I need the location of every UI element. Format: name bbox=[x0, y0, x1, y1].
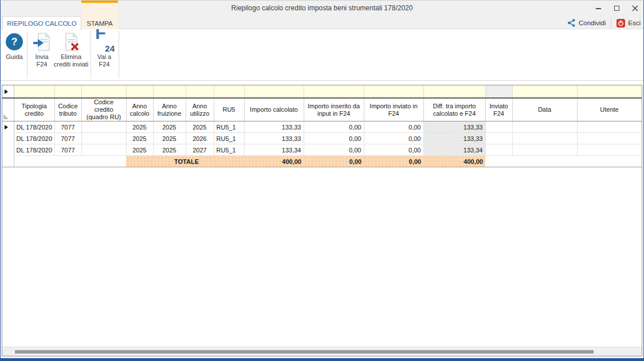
scrollbar-thumb[interactable] bbox=[15, 350, 594, 354]
app-window: Riepilogo calcolo credito imposta beni s… bbox=[0, 0, 644, 361]
filter-cell[interactable] bbox=[304, 85, 364, 98]
column-header[interactable]: Codice tributo bbox=[54, 98, 81, 121]
cell-tributo: 7077 bbox=[54, 133, 81, 144]
cell-tributo: 7077 bbox=[54, 144, 81, 156]
minimize-button[interactable] bbox=[593, 3, 603, 14]
cell-codice-credito bbox=[81, 144, 126, 156]
column-header[interactable]: Anno utilizzo bbox=[186, 98, 214, 121]
exit-button[interactable]: Esci bbox=[616, 19, 641, 28]
share-label: Condividi bbox=[579, 19, 606, 26]
table-row[interactable]: DL 178/2020 7077 2025 2025 2026 RU5_1 13… bbox=[2, 133, 642, 144]
cell-anno-calcolo: 2025 bbox=[126, 121, 153, 133]
filter-cell[interactable] bbox=[153, 85, 186, 98]
cell-importo-calcolato: 133,34 bbox=[244, 144, 304, 156]
cell-anno-utilizzo: 2025 bbox=[186, 121, 214, 133]
filter-cell[interactable] bbox=[54, 85, 81, 98]
close-button[interactable] bbox=[630, 3, 640, 14]
row-indicator bbox=[2, 156, 14, 167]
table-row[interactable]: DL 178/2020 7077 2025 2025 2027 RU5_1 13… bbox=[2, 144, 642, 156]
column-header[interactable]: Codice credito (quadro RU) bbox=[81, 98, 126, 121]
totale-importo-inviato: 0,00 bbox=[364, 156, 423, 167]
column-header[interactable]: Anno calcolo bbox=[126, 98, 153, 121]
guida-button[interactable]: ? Guida bbox=[3, 32, 26, 61]
filter-cell[interactable] bbox=[14, 85, 54, 98]
filter-cell[interactable] bbox=[126, 85, 153, 98]
filter-cell[interactable] bbox=[577, 85, 642, 98]
cell-empty bbox=[512, 156, 577, 167]
share-button[interactable]: Condividi bbox=[567, 18, 606, 28]
help-icon: ? bbox=[6, 33, 23, 50]
credits-grid: Tipologia credito Codice tributo Codice … bbox=[2, 85, 642, 356]
header-row: Tipologia credito Codice tributo Codice … bbox=[2, 98, 642, 121]
cell-utente bbox=[577, 133, 642, 144]
row-indicator-icon bbox=[5, 89, 8, 94]
horizontal-scrollbar[interactable] bbox=[2, 347, 642, 356]
cell-inviato-f24 bbox=[485, 144, 512, 156]
invia-f24-button[interactable]: Invia F24 bbox=[29, 32, 54, 68]
cell-ru5: RU5_1 bbox=[214, 121, 244, 133]
cell-importo-inviato: 0,00 bbox=[364, 144, 423, 156]
table-row[interactable]: DL 178/2020 7077 2025 2025 2025 RU5_1 13… bbox=[2, 121, 642, 133]
filter-cell[interactable] bbox=[214, 85, 244, 98]
cell-anno-utilizzo: 2026 bbox=[186, 133, 214, 144]
elimina-crediti-button[interactable]: Elimina crediti inviati bbox=[53, 32, 89, 68]
column-header[interactable]: Tipologia credito bbox=[14, 98, 54, 121]
filter-cell[interactable] bbox=[81, 85, 126, 98]
filter-cell[interactable] bbox=[512, 85, 577, 98]
cell-tributo: 7077 bbox=[54, 121, 81, 133]
actions-separator bbox=[611, 18, 611, 28]
corner-triangle-icon bbox=[3, 114, 9, 119]
row-indicator bbox=[2, 121, 14, 133]
tab-riepilogo-calcolo[interactable]: RIEPILOGO CALCOLO bbox=[2, 16, 81, 30]
cell-anno-calcolo: 2025 bbox=[126, 133, 153, 144]
column-header[interactable]: Importo calcolato bbox=[244, 98, 304, 121]
toolbar-separator bbox=[91, 31, 91, 79]
filter-cell[interactable] bbox=[423, 85, 485, 98]
button-label: Vai a bbox=[92, 53, 116, 61]
tab-label: STAMPA bbox=[87, 20, 113, 27]
cell-empty bbox=[577, 156, 642, 167]
filter-cell[interactable] bbox=[244, 85, 304, 98]
cell-anno-calcolo: 2025 bbox=[126, 144, 153, 156]
cell-anno-fruizione: 2025 bbox=[153, 144, 186, 156]
cell-importo-calcolato: 133,33 bbox=[244, 133, 304, 144]
column-header[interactable]: Utente bbox=[577, 98, 642, 121]
filter-row bbox=[2, 85, 642, 98]
close-icon bbox=[632, 5, 638, 11]
totale-importo-calcolato: 400,00 bbox=[244, 156, 304, 167]
column-header[interactable]: Inviato F24 bbox=[485, 98, 512, 121]
cell-importo-inviato: 0,00 bbox=[364, 121, 423, 133]
column-header[interactable]: Data bbox=[512, 98, 577, 121]
filter-cell[interactable] bbox=[186, 85, 214, 98]
cell-data bbox=[512, 144, 577, 156]
cell-empty bbox=[54, 156, 81, 167]
cell-empty bbox=[485, 156, 512, 167]
filter-cell-readonly bbox=[485, 85, 512, 98]
column-header[interactable]: Anno fruizione bbox=[153, 98, 186, 121]
toolbar-separator bbox=[27, 31, 28, 79]
column-header[interactable]: Diff. tra importo calcolato e F24 bbox=[423, 98, 485, 121]
cell-data bbox=[512, 133, 577, 144]
filter-cell[interactable] bbox=[364, 85, 423, 98]
vai-a-f24-button[interactable]: F24 Vai a F24 bbox=[92, 32, 116, 68]
cell-diff: 133,33 bbox=[423, 133, 485, 144]
button-label: F24 bbox=[92, 61, 116, 68]
maximize-button[interactable] bbox=[611, 3, 622, 14]
column-header[interactable]: Importo inviato in F24 bbox=[364, 98, 423, 121]
cell-data bbox=[512, 121, 577, 133]
cell-tipologia: DL 178/2020 bbox=[14, 133, 54, 144]
header-indicator-cell bbox=[2, 98, 14, 121]
tab-stampa[interactable]: STAMPA bbox=[81, 1, 118, 29]
exit-power-icon bbox=[616, 19, 625, 28]
button-label: crediti inviati bbox=[53, 61, 89, 68]
exit-label: Esci bbox=[628, 19, 641, 26]
button-label: Elimina bbox=[53, 53, 89, 61]
column-header[interactable]: RU5 bbox=[214, 98, 244, 121]
cell-anno-fruizione: 2025 bbox=[153, 121, 186, 133]
totale-row: TOTALE 400,00 0,00 0,00 400,00 bbox=[2, 156, 642, 167]
column-header[interactable]: Importo inserito da input in F24 bbox=[304, 98, 364, 121]
cell-ru5-total bbox=[214, 156, 244, 167]
toolbar-separator bbox=[119, 31, 119, 79]
cell-importo-input: 0,00 bbox=[304, 133, 364, 144]
row-indicator bbox=[2, 133, 14, 144]
